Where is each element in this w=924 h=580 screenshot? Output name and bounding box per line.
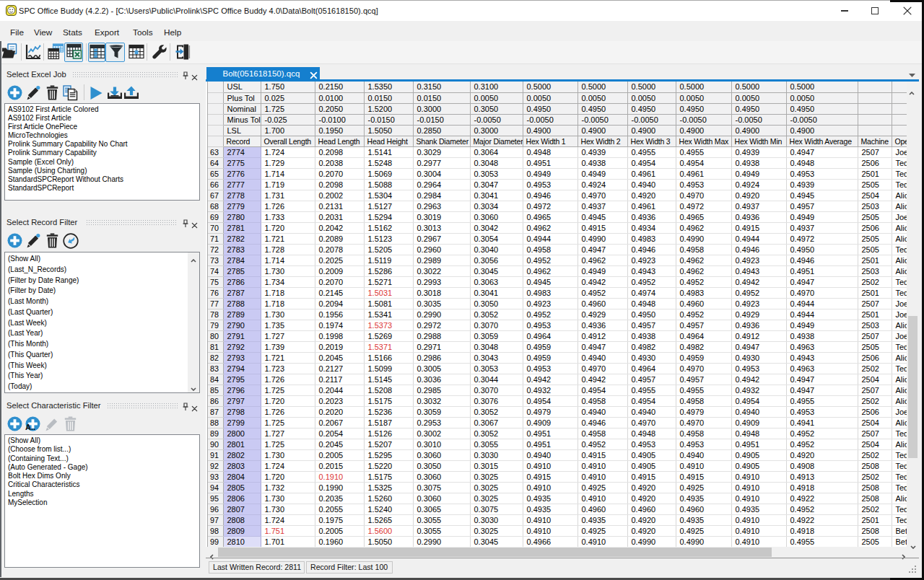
svg-text:A..: A.. bbox=[25, 423, 35, 431]
